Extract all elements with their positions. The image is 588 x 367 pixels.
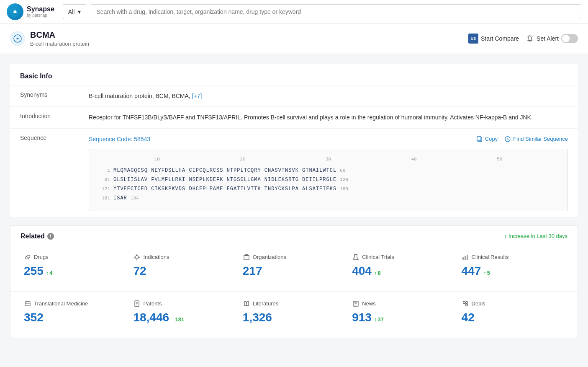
entity-info: BCMA B-cell maturation protein bbox=[10, 30, 89, 47]
sequence-line: 1 MLQMAGQCSQ NEYFDSLLHA CIPCQLRCSS NTPPL… bbox=[98, 167, 559, 175]
svg-point-39 bbox=[465, 304, 467, 306]
related-item-label: Clinical Results bbox=[462, 253, 564, 261]
svg-point-18 bbox=[140, 257, 141, 258]
related-count: 72 bbox=[133, 264, 236, 278]
svg-rect-26 bbox=[25, 302, 30, 306]
related-item[interactable]: News 913 ↑37 bbox=[349, 295, 458, 329]
logo-subtitle: by patsnap bbox=[27, 13, 54, 18]
related-item-label: Translational Medicine bbox=[24, 300, 126, 308]
increase-label: ↑ Increase in Last 30 days bbox=[504, 233, 567, 240]
news-icon bbox=[352, 300, 359, 308]
svg-rect-24 bbox=[465, 256, 466, 260]
introduction-label: Introduction bbox=[20, 113, 79, 119]
sequence-line: 121 YTVEECTCED CIKSKPKVDS DHCFPLPAME EGA… bbox=[98, 185, 559, 193]
related-count: 42 bbox=[462, 311, 564, 324]
related-item-label: Drugs bbox=[24, 253, 126, 261]
compare-icon: US bbox=[468, 34, 478, 44]
related-item-label: Literatures bbox=[243, 300, 345, 308]
related-section: Related i ↑ Increase in Last 30 days Dru… bbox=[10, 225, 578, 338]
related-item[interactable]: Patents 18,446 ↑181 bbox=[130, 295, 239, 329]
building-icon bbox=[243, 253, 250, 261]
copy-button[interactable]: Copy bbox=[476, 135, 498, 144]
search-type-dropdown[interactable]: All ▾ bbox=[63, 4, 86, 19]
sequence-lines: 1 MLQMAGQCSQ NEYFDSLLHA CIPCQLRCSS NTPPL… bbox=[98, 167, 559, 203]
related-count: 217 bbox=[243, 264, 345, 278]
sequence-actions: Copy Find Similar Sequence bbox=[476, 135, 568, 144]
sequence-ruler: 10 20 30 40 50 bbox=[98, 156, 559, 163]
toggle-knob bbox=[562, 35, 570, 42]
related-item-label: Organizations bbox=[243, 253, 345, 261]
header-actions: US Start Compare Set Alert bbox=[468, 34, 578, 44]
related-count: 1,326 bbox=[243, 311, 345, 324]
svg-rect-23 bbox=[462, 257, 464, 260]
compare-label: Start Compare bbox=[481, 35, 519, 42]
search-type-label: All bbox=[68, 8, 75, 15]
related-item-label: Clinical Trials bbox=[352, 253, 454, 261]
related-item[interactable]: Clinical Trials 404 ↑8 bbox=[349, 248, 458, 283]
find-similar-button[interactable]: Find Similar Sequence bbox=[504, 135, 568, 144]
related-header: Related i ↑ Increase in Last 30 days bbox=[10, 226, 578, 243]
main-content: Basic Info Synonyms B-cell maturation pr… bbox=[0, 54, 588, 348]
book-icon bbox=[243, 300, 250, 308]
related-grid-row1: Drugs 255 ↑4 Indications 72 Organization… bbox=[10, 243, 578, 291]
related-item[interactable]: Clinical Results 447 ↑5 bbox=[458, 248, 567, 283]
svg-line-40 bbox=[465, 303, 466, 304]
set-alert-button[interactable]: Set Alert bbox=[526, 34, 578, 43]
entity-name: BCMA bbox=[30, 30, 89, 40]
svg-point-16 bbox=[137, 260, 138, 261]
related-item[interactable]: Organizations 217 bbox=[239, 248, 349, 283]
arrow-up-icon: ↑ bbox=[504, 233, 507, 240]
related-item[interactable]: Indications 72 bbox=[130, 248, 239, 283]
flask-icon bbox=[352, 253, 359, 261]
svg-rect-25 bbox=[467, 255, 468, 260]
find-similar-icon bbox=[504, 136, 511, 142]
top-nav: Synapse by patsnap All ▾ bbox=[0, 0, 588, 23]
related-count: 255 ↑4 bbox=[24, 264, 126, 278]
svg-point-1 bbox=[14, 10, 16, 13]
logo: Synapse by patsnap bbox=[7, 3, 54, 20]
synonyms-label: Synonyms bbox=[20, 91, 79, 98]
start-compare-button[interactable]: US Start Compare bbox=[468, 34, 519, 44]
related-info-icon[interactable]: i bbox=[47, 233, 54, 240]
page-header: BCMA B-cell maturation protein US Start … bbox=[0, 23, 588, 54]
related-item[interactable]: Literatures 1,326 bbox=[239, 295, 349, 329]
count-increase: ↑181 bbox=[172, 316, 184, 323]
related-item-label: Deals bbox=[462, 300, 564, 308]
sequence-code-link[interactable]: Sequence Code: 58543 bbox=[89, 134, 150, 144]
svg-point-3 bbox=[17, 38, 18, 39]
svg-point-10 bbox=[135, 256, 139, 259]
sequence-label: Sequence bbox=[20, 134, 79, 141]
alert-label: Set Alert bbox=[537, 35, 559, 42]
sequence-content: Sequence Code: 58543 Copy bbox=[89, 134, 568, 211]
logo-title: Synapse bbox=[27, 5, 54, 13]
svg-line-9 bbox=[26, 256, 29, 258]
sequence-line: 181 ISAR 184 bbox=[98, 194, 559, 202]
svg-rect-6 bbox=[477, 137, 481, 141]
related-item[interactable]: Deals 42 bbox=[458, 295, 567, 329]
global-search-input[interactable] bbox=[91, 4, 581, 19]
entity-details: BCMA B-cell maturation protein bbox=[30, 30, 89, 47]
sequence-row: Sequence Sequence Code: 58543 Copy bbox=[10, 128, 578, 217]
related-item[interactable]: Translational Medicine 352 bbox=[21, 295, 130, 329]
svg-point-15 bbox=[137, 254, 138, 255]
svg-point-17 bbox=[134, 257, 135, 258]
svg-point-41 bbox=[465, 301, 467, 303]
introduction-row: Introduction Receptor for TNFSF13B/BLyS/… bbox=[10, 106, 578, 128]
related-item[interactable]: Drugs 255 ↑4 bbox=[21, 248, 130, 283]
count-increase: ↑8 bbox=[374, 270, 381, 276]
basic-info-section: Basic Info Synonyms B-cell maturation pr… bbox=[10, 64, 578, 217]
related-title: Related i bbox=[21, 233, 54, 240]
sequence-header: Sequence Code: 58543 Copy bbox=[89, 134, 568, 144]
synonyms-value: B-cell maturation protein, BCM, BCMA, [+… bbox=[89, 91, 568, 101]
logo-text: Synapse by patsnap bbox=[27, 5, 54, 18]
svg-point-38 bbox=[463, 301, 465, 303]
related-count: 913 ↑37 bbox=[352, 311, 454, 324]
related-count: 447 ↑5 bbox=[462, 264, 564, 278]
synonyms-row: Synonyms B-cell maturation protein, BCM,… bbox=[10, 85, 578, 106]
introduction-value: Receptor for TNFSF13B/BLyS/BAFF and TNFS… bbox=[89, 113, 568, 122]
alert-toggle[interactable] bbox=[561, 34, 578, 43]
chart-icon bbox=[462, 253, 469, 261]
entity-icon bbox=[10, 31, 25, 46]
deals-icon bbox=[462, 300, 469, 308]
synonyms-more-link[interactable]: [+7] bbox=[192, 93, 202, 99]
